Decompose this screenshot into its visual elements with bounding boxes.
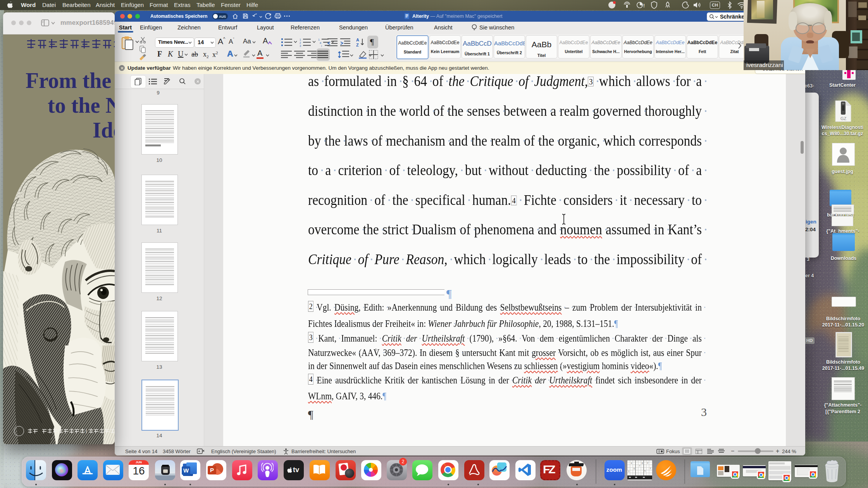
svg-text:2: 2 — [647, 462, 648, 464]
svg-text:2: 2 — [300, 41, 301, 44]
svg-text:a: a — [320, 41, 321, 44]
svg-text:A: A — [356, 38, 359, 42]
svg-text:7: 7 — [639, 465, 640, 467]
svg-text:1: 1 — [300, 38, 301, 41]
svg-text:!: ! — [643, 3, 645, 9]
svg-text:3: 3 — [628, 470, 629, 473]
svg-text:1: 1 — [318, 38, 320, 41]
svg-text:3: 3 — [300, 45, 301, 47]
svg-text:GZ: GZ — [840, 116, 847, 121]
svg-text:4: 4 — [631, 462, 632, 464]
svg-text:9: 9 — [634, 467, 635, 470]
svg-text:1: 1 — [650, 467, 651, 469]
svg-text:8: 8 — [642, 462, 643, 464]
svg-text:Z: Z — [356, 43, 359, 47]
svg-text:5: 5 — [644, 470, 646, 472]
svg-text:i: i — [321, 45, 322, 47]
